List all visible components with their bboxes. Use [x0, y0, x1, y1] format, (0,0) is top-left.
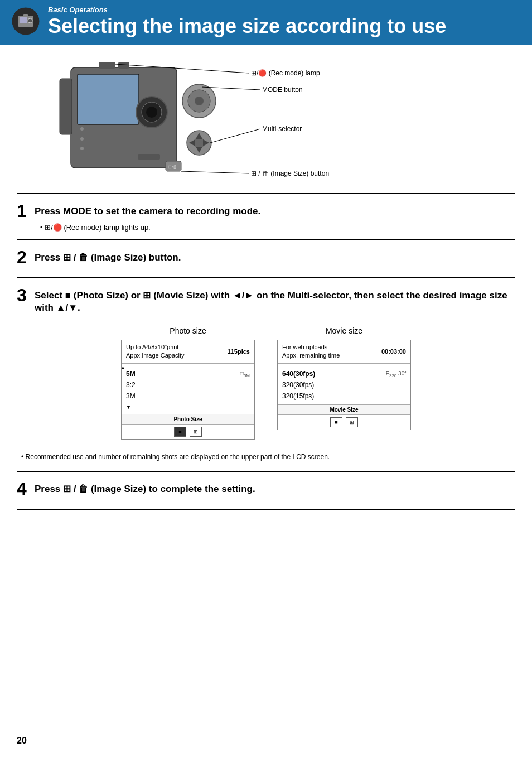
- step-1-number: 1: [17, 202, 29, 220]
- movie-size-panel-wrap: Movie size For web uploads Appx. remaini…: [277, 326, 411, 440]
- svg-point-19: [195, 97, 204, 105]
- step-1-body: • ⊞/🔴 (Rec mode) lamp lights up.: [17, 223, 515, 232]
- movie-item-1: 640(30fps): [282, 368, 315, 379]
- page-number: 20: [17, 736, 27, 746]
- step-4-section: 4 Press ⊞ / 🗑 (Image Size) to complete t…: [17, 472, 515, 510]
- header-subtitle: Basic Operations: [48, 6, 446, 14]
- svg-rect-4: [23, 14, 28, 16]
- image-size-label: ⊞ / 🗑 (Image Size) button: [251, 170, 329, 177]
- svg-point-9: [80, 147, 84, 150]
- movie-panel-footer: Movie Size: [278, 404, 410, 414]
- movie-item-3: 320(15fps): [282, 390, 315, 402]
- svg-rect-16: [138, 154, 160, 160]
- rec-lamp-label: ⊞/🔴 (Rec mode) lamp: [251, 69, 320, 77]
- photo-top-line1: Up to A4/8x10"print: [126, 344, 178, 350]
- movie-panel-buttons: ■ ⊞: [278, 414, 410, 430]
- photo-item-3: 3M: [126, 390, 136, 402]
- movie-top-line2: Appx. remaining time: [282, 352, 340, 359]
- svg-rect-15: [60, 79, 72, 134]
- photo-item-2: 3:2: [126, 379, 136, 390]
- svg-rect-6: [78, 74, 139, 124]
- movie-items: 640(30fps) 320(30fps) 320(15fps): [282, 368, 315, 402]
- svg-point-8: [80, 137, 84, 141]
- page-header: Basic Operations Selecting the image siz…: [0, 0, 532, 45]
- camera-diagram-section: ⊞/🗑 ⊞/🔴 (Rec mode) lamp MODE button Mult…: [17, 45, 515, 193]
- photo-size-panel-wrap: Photo size Up to A4/8x10"print Appx.Imag…: [121, 326, 255, 440]
- movie-btn-movie[interactable]: ⊞: [346, 417, 358, 427]
- photo-size-label: Photo size: [170, 326, 206, 335]
- photo-top-line2: Appx.Image Capacity: [126, 352, 185, 359]
- header-title: Selecting the image size according to us…: [48, 15, 446, 37]
- movie-panel-top-left: For web uploads Appx. remaining time: [282, 343, 340, 360]
- svg-rect-13: [99, 62, 115, 69]
- step-4-header: 4 Press ⊞ / 🗑 (Image Size) to complete t…: [17, 480, 515, 498]
- photo-btn-photo[interactable]: ■: [174, 427, 186, 437]
- movie-size-label: Movie size: [326, 326, 362, 335]
- svg-line-31: [181, 171, 249, 173]
- main-content: ⊞/🗑 ⊞/🔴 (Rec mode) lamp MODE button Mult…: [0, 45, 532, 527]
- camera-diagram: ⊞/🗑 ⊞/🔴 (Rec mode) lamp MODE button Mult…: [26, 56, 506, 190]
- step-3-section: 3 Select ■ (Photo Size) or ⊞ (Movie Size…: [17, 278, 515, 472]
- step-3-title: Select ■ (Photo Size) or ⊞ (Movie Size) …: [35, 286, 515, 314]
- svg-text:⊞/🗑: ⊞/🗑: [168, 165, 177, 170]
- step-2-section: 2 Press ⊞ / 🗑 (Image Size) button.: [17, 240, 515, 278]
- movie-size-panel: For web uploads Appx. remaining time 00:…: [277, 340, 411, 430]
- photo-panel-top-left: Up to A4/8x10"print Appx.Image Capacity: [126, 343, 185, 360]
- movie-top-value: 00:03:00: [381, 348, 406, 355]
- multi-selector-label: Multi-selector: [262, 125, 302, 133]
- movie-top-line1: For web uploads: [282, 344, 327, 350]
- photo-item-1: 5M: [126, 368, 136, 379]
- svg-point-7: [80, 127, 84, 131]
- svg-line-30: [210, 129, 260, 143]
- step-2-title: Press ⊞ / 🗑 (Image Size) button.: [35, 248, 181, 264]
- step-2-number: 2: [17, 248, 29, 266]
- svg-point-12: [146, 107, 157, 118]
- step-4-title: Press ⊞ / 🗑 (Image Size) to complete the…: [35, 480, 255, 495]
- photo-panel-buttons: ■ ⊞: [122, 424, 254, 439]
- step-3-number: 3: [17, 286, 29, 304]
- photo-top-value: 115pics: [228, 348, 250, 355]
- photo-panel-icon: □5M: [240, 370, 250, 378]
- svg-rect-2: [20, 17, 27, 23]
- note-text: • Recommended use and number of remainin…: [17, 449, 515, 463]
- photo-btn-movie[interactable]: ⊞: [190, 427, 202, 437]
- step-1-section: 1 Press MODE to set the camera to record…: [17, 193, 515, 240]
- movie-panel-icon: F320 30f: [386, 370, 406, 378]
- photo-panel-footer: Photo Size: [122, 414, 254, 424]
- svg-point-3: [28, 18, 32, 23]
- movie-panel-top: For web uploads Appx. remaining time 00:…: [278, 340, 410, 364]
- step-4-number: 4: [17, 480, 29, 498]
- movie-panel-list: 640(30fps) 320(30fps) 320(15fps) F320 30…: [278, 364, 410, 404]
- movie-btn-photo[interactable]: ■: [330, 417, 342, 427]
- photo-size-panel: Up to A4/8x10"print Appx.Image Capacity …: [121, 340, 255, 440]
- camera-icon: [11, 7, 40, 36]
- step-3-header: 3 Select ■ (Photo Size) or ⊞ (Movie Size…: [17, 286, 515, 314]
- step-1-bullet: • ⊞/🔴 (Rec mode) lamp lights up.: [40, 223, 515, 232]
- mode-button-label: MODE button: [262, 86, 303, 94]
- photo-panel-list: ▲ 5M 3:2 3M ▼ □5M: [122, 364, 254, 414]
- size-panels-container: Photo size Up to A4/8x10"print Appx.Imag…: [17, 317, 515, 449]
- svg-rect-14: [118, 62, 129, 69]
- step-1-title: Press MODE to set the camera to recordin…: [35, 202, 260, 218]
- step-1-header: 1 Press MODE to set the camera to record…: [17, 202, 515, 220]
- photo-panel-top: Up to A4/8x10"print Appx.Image Capacity …: [122, 340, 254, 364]
- step-2-header: 2 Press ⊞ / 🗑 (Image Size) button.: [17, 248, 515, 266]
- movie-item-2: 320(30fps): [282, 379, 315, 390]
- photo-items: ▲ 5M 3:2 3M ▼: [126, 368, 136, 412]
